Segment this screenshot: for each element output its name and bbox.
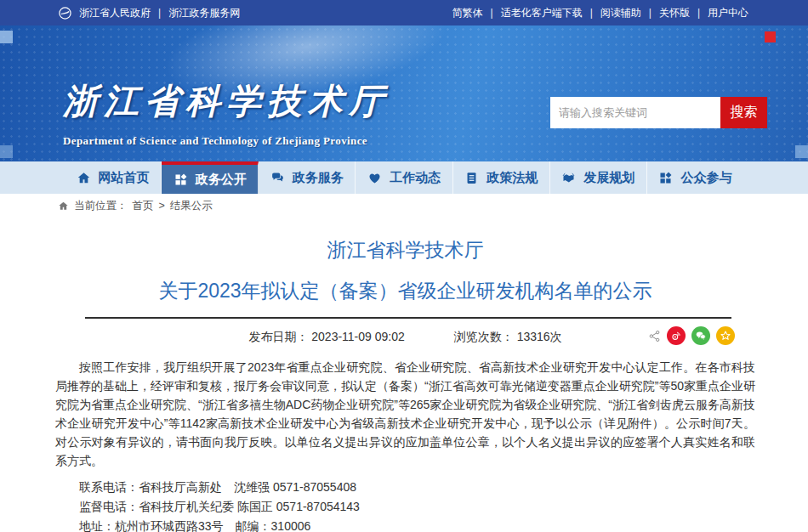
search-button[interactable]: 搜索 xyxy=(720,97,767,128)
contact-block: 联系电话：省科技厅高新处 沈维强 0571-87055408 监督电话：省科技厅… xyxy=(55,478,755,532)
nav-item-gov-disclosure[interactable]: 政务公开 xyxy=(162,161,259,194)
supervision-phone-line: 监督电话：省科技厅机关纪委 陈国正 0571-87054143 xyxy=(55,497,755,517)
home-small-icon xyxy=(58,201,69,212)
publish-date-label: 发布日期： xyxy=(248,330,308,343)
qzone-share-icon[interactable] xyxy=(716,326,735,345)
link-zj-gov[interactable]: 浙江省人民政府 xyxy=(79,6,151,20)
breadcrumb-home-link[interactable]: 首页 xyxy=(133,199,154,213)
heart-icon xyxy=(367,171,382,185)
breadcrumb-current: 结果公示 xyxy=(170,199,213,213)
nav-item-development-planning[interactable]: 发展规划 xyxy=(550,161,647,194)
site-title-english: Department of Science and Technology of … xyxy=(63,134,390,148)
home-icon xyxy=(77,171,91,185)
site-banner: 浙江省科学技术厅 Department of Science and Techn… xyxy=(0,25,808,161)
nav-item-home[interactable]: 网站首页 xyxy=(65,161,162,194)
contact-phone-line: 联系电话：省科技厅高新处 沈维强 0571-87055408 xyxy=(55,478,755,497)
government-emblem-icon xyxy=(58,6,72,20)
nav-item-work-news[interactable]: 工作动态 xyxy=(356,161,452,194)
article-org-title: 浙江省科学技术厅 xyxy=(55,237,755,263)
nav-label: 网站首页 xyxy=(99,170,150,186)
squares-star-icon xyxy=(658,171,673,185)
article-meta: 发布日期： 2023-11-09 09:02 浏览次数： 13316次 xyxy=(55,319,755,353)
chat-bubbles-icon xyxy=(270,171,285,185)
link-care-version[interactable]: 关怀版 xyxy=(641,6,690,20)
article-content: 浙江省科学技术厅 关于2023年拟认定（备案）省级企业研发机构名单的公示 发布日… xyxy=(0,237,808,532)
page-title: 关于2023年拟认定（备案）省级企业研发机构名单的公示 xyxy=(55,278,755,304)
view-count: 浏览次数： 13316次 xyxy=(454,330,562,345)
nav-label: 政务服务 xyxy=(293,170,344,186)
nav-item-public-participation[interactable]: 公众参与 xyxy=(647,161,743,194)
squares-star-icon xyxy=(174,173,188,187)
top-utility-bar: 浙江省人民政府 浙江政务服务网 简繁体 适老化客户端下载 阅读辅助 关怀版 用户… xyxy=(0,0,808,25)
publish-date: 发布日期： 2023-11-09 09:02 xyxy=(248,330,404,345)
breadcrumb-separator: > xyxy=(159,200,165,212)
banner-decoration xyxy=(795,145,808,158)
nav-label: 公众参与 xyxy=(680,170,731,186)
article-paragraph: 按照工作安排，我厅组织开展了2023年省重点企业研究院、省企业研究院、省高新技术… xyxy=(55,358,755,470)
nav-label: 政务公开 xyxy=(196,172,247,188)
view-count-value: 13316次 xyxy=(517,330,562,343)
site-title: 浙江省科学技术厅 xyxy=(63,78,390,125)
share-icon[interactable] xyxy=(648,330,661,342)
link-reading-assist[interactable]: 阅读辅助 xyxy=(583,6,641,20)
link-zj-service[interactable]: 浙江政务服务网 xyxy=(151,6,240,20)
weibo-share-icon[interactable] xyxy=(667,326,686,345)
site-logo[interactable]: 浙江省科学技术厅 Department of Science and Techn… xyxy=(63,78,390,148)
main-navigation: 网站首页 政务公开 政务服务 工作动态 政策法规 xyxy=(0,161,808,194)
handshake-icon xyxy=(561,171,576,185)
breadcrumb-prefix: 当前位置： xyxy=(74,199,128,213)
document-icon xyxy=(464,171,479,185)
share-buttons xyxy=(648,326,735,345)
publish-date-value: 2023-11-09 09:02 xyxy=(311,330,405,343)
search-input[interactable] xyxy=(550,97,720,128)
banner-decoration xyxy=(0,31,13,43)
nav-label: 工作动态 xyxy=(390,170,441,186)
link-user-center[interactable]: 用户中心 xyxy=(690,6,748,20)
nav-item-policies[interactable]: 政策法规 xyxy=(453,161,550,194)
address-line: 地址：杭州市环城西路33号 邮编：310006 xyxy=(55,517,755,532)
nav-item-gov-services[interactable]: 政务服务 xyxy=(259,161,356,194)
view-count-label: 浏览次数： xyxy=(454,330,514,343)
banner-decoration xyxy=(765,31,776,42)
nav-label: 发展规划 xyxy=(583,170,634,186)
banner-decoration xyxy=(0,145,13,158)
link-elder-client-download[interactable]: 适老化客户端下载 xyxy=(483,6,583,20)
wechat-share-icon[interactable] xyxy=(691,326,710,345)
link-simplified-traditional[interactable]: 简繁体 xyxy=(452,6,483,20)
breadcrumb: 当前位置： 首页 > 结果公示 xyxy=(0,195,808,217)
nav-label: 政策法规 xyxy=(487,170,538,186)
